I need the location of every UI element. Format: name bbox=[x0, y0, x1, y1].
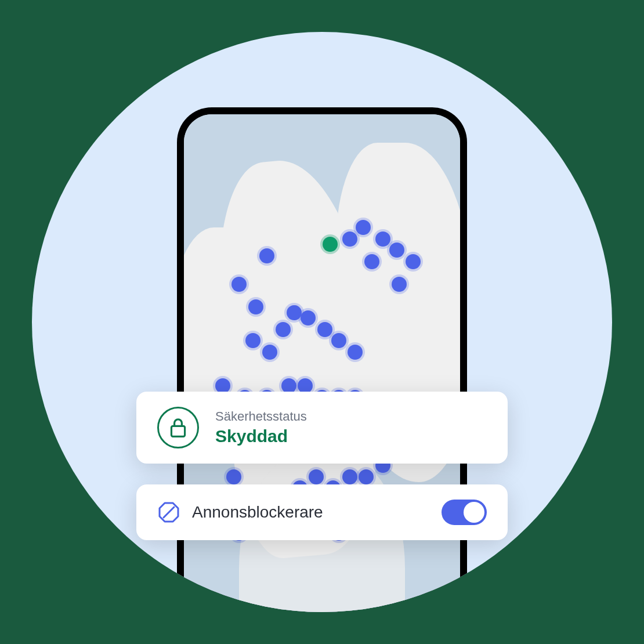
server-location-dot[interactable] bbox=[364, 254, 379, 269]
adblocker-toggle[interactable] bbox=[442, 500, 487, 525]
server-location-dot[interactable] bbox=[331, 333, 346, 348]
server-location-dot[interactable] bbox=[262, 345, 277, 360]
server-location-dot[interactable] bbox=[389, 243, 404, 258]
background-circle: Säkerhetsstatus Skyddad Annonsblockerare bbox=[32, 32, 612, 612]
server-location-dot[interactable] bbox=[301, 310, 316, 325]
server-location-dot[interactable] bbox=[276, 322, 291, 337]
current-location-dot[interactable] bbox=[323, 237, 338, 252]
server-location-dot[interactable] bbox=[356, 220, 371, 235]
server-location-dot[interactable] bbox=[342, 469, 357, 484]
status-label: Säkerhetsstatus bbox=[215, 409, 307, 424]
server-location-dot[interactable] bbox=[259, 248, 274, 263]
svg-line-2 bbox=[164, 507, 174, 518]
server-location-dot[interactable] bbox=[406, 254, 421, 269]
block-icon bbox=[157, 501, 180, 524]
server-location-dot[interactable] bbox=[317, 322, 332, 337]
server-location-dot[interactable] bbox=[287, 305, 302, 320]
adblocker-card[interactable]: Annonsblockerare bbox=[136, 484, 508, 540]
server-location-dot[interactable] bbox=[359, 469, 374, 484]
server-location-dot[interactable] bbox=[342, 231, 357, 247]
toggle-knob bbox=[464, 502, 484, 523]
server-location-dot[interactable] bbox=[375, 231, 390, 247]
server-location-dot[interactable] bbox=[309, 469, 324, 484]
lock-icon bbox=[157, 407, 199, 448]
adblocker-label: Annonsblockerare bbox=[192, 503, 323, 522]
server-location-dot[interactable] bbox=[231, 277, 247, 292]
status-text-group: Säkerhetsstatus Skyddad bbox=[215, 409, 307, 446]
server-location-dot[interactable] bbox=[348, 345, 363, 360]
server-location-dot[interactable] bbox=[392, 277, 407, 292]
security-status-card[interactable]: Säkerhetsstatus Skyddad bbox=[136, 392, 508, 464]
server-location-dot[interactable] bbox=[245, 333, 261, 348]
svg-rect-0 bbox=[171, 426, 184, 436]
server-location-dot[interactable] bbox=[248, 299, 263, 314]
status-value: Skyddad bbox=[215, 426, 307, 446]
server-location-dot[interactable] bbox=[226, 469, 241, 484]
